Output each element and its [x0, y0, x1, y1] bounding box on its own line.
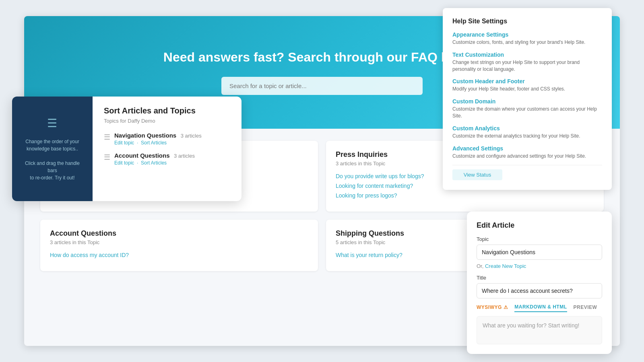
sort-topic-name-account: Account Questions 3 articles	[114, 152, 195, 159]
sort-topic-item-account: ☰ Account Questions 3 articles Edit topi…	[104, 152, 230, 166]
settings-link-domain[interactable]: Custom Domain	[452, 98, 602, 105]
topic-title-account: Account Questions	[50, 229, 308, 238]
sort-topic-content-account: Account Questions 3 articles Edit topic …	[114, 152, 195, 166]
title-input[interactable]	[477, 283, 602, 298]
topic-link-logos[interactable]: Looking for press logos?	[336, 192, 594, 199]
settings-desc-analytics: Customize the external analytics trackin…	[452, 133, 602, 140]
settings-desc-advanced: Customize and configure advanced setting…	[452, 153, 602, 160]
sort-topic-item-navigation: ☰ Navigation Questions 3 articles Edit t…	[104, 132, 230, 146]
edit-topic-link-navigation[interactable]: Edit topic	[114, 140, 134, 146]
edit-panel-title: Edit Article	[477, 221, 602, 230]
sort-panel-content: Sort Articles and Topics Topics for Daff…	[93, 97, 242, 201]
sort-articles-link-navigation[interactable]: Sort Articles	[141, 140, 167, 146]
topic-link-account-id[interactable]: How do access my account ID?	[50, 252, 308, 258]
sort-panel-hint: Change the order of your knowledge base …	[20, 138, 85, 181]
settings-link-appearance[interactable]: Appearance Settings	[452, 31, 602, 38]
settings-link-text[interactable]: Text Customization	[452, 51, 602, 58]
settings-panel: Help Site Settings Appearance Settings C…	[443, 8, 612, 190]
drag-handle-navigation[interactable]: ☰	[104, 133, 110, 142]
settings-item-advanced: Advanced Settings Customize and configur…	[452, 145, 602, 160]
sort-topic-content-navigation: Navigation Questions 3 articles Edit top…	[114, 132, 202, 146]
hamburger-icon: ☰	[47, 117, 58, 130]
settings-desc-header: Modify your Help Site header, footer and…	[452, 86, 602, 93]
topic-card-account: Account Questions 3 articles in this Top…	[40, 220, 318, 271]
sort-panel-subtitle: Topics for Daffy Demo	[104, 118, 230, 124]
drag-handle-account[interactable]: ☰	[104, 153, 110, 162]
settings-panel-title: Help Site Settings	[452, 18, 602, 25]
settings-footer-btn-2[interactable]	[502, 169, 552, 180]
settings-item-appearance: Appearance Settings Customize colors, fo…	[452, 31, 602, 46]
sort-articles-link-account[interactable]: Sort Articles	[141, 160, 167, 166]
tab-preview[interactable]: PREVIEW	[574, 304, 597, 312]
create-topic-prompt: Or, Create New Topic	[477, 263, 602, 269]
settings-item-domain: Custom Domain Customize the domain where…	[452, 98, 602, 119]
sort-topic-actions-navigation: Edit topic · Sort Articles	[114, 140, 202, 146]
settings-desc-text: Change text strings on your Help Site to…	[452, 59, 602, 73]
hero-title: Need answers fast? Search through our FA…	[163, 50, 481, 65]
sort-panel: ☰ Change the order of your knowledge bas…	[12, 97, 242, 201]
settings-desc-domain: Customize the domain where your customer…	[452, 106, 602, 119]
settings-link-analytics[interactable]: Custom Analytics	[452, 125, 602, 132]
title-field-label: Title	[477, 275, 602, 281]
settings-item-analytics: Custom Analytics Customize the external …	[452, 125, 602, 140]
settings-footer: View Status	[452, 165, 602, 180]
topic-subtitle-account: 3 articles in this Topic	[50, 239, 308, 245]
search-input[interactable]	[221, 77, 423, 95]
edit-article-panel: Edit Article Topic Navigation Questions …	[467, 212, 612, 354]
edit-topic-link-account[interactable]: Edit topic	[114, 160, 134, 166]
sort-topic-actions-account: Edit topic · Sort Articles	[114, 160, 195, 166]
topic-field-label: Topic	[477, 236, 602, 242]
settings-item-text: Text Customization Change text strings o…	[452, 51, 602, 73]
tab-wysiwyg[interactable]: WYSIWYG ⚠	[477, 304, 508, 312]
sort-topic-name-navigation: Navigation Questions 3 articles	[114, 132, 202, 139]
settings-desc-appearance: Customize colors, fonts, and styling for…	[452, 39, 602, 46]
warning-icon: ⚠	[504, 304, 508, 310]
settings-link-header[interactable]: Custom Header and Footer	[452, 78, 602, 84]
sort-panel-title: Sort Articles and Topics	[104, 106, 230, 115]
editor-tabs: WYSIWYG ⚠ MARKDOWN & HTML PREVIEW	[477, 304, 602, 312]
settings-footer-btn-3[interactable]	[552, 169, 602, 180]
create-new-topic-link[interactable]: Create New Topic	[485, 263, 526, 269]
topic-select[interactable]: Navigation Questions	[477, 245, 602, 260]
settings-item-header: Custom Header and Footer Modify your Hel…	[452, 78, 602, 93]
editor-body[interactable]: What are you waiting for? Start writing!	[477, 316, 602, 344]
sort-panel-illustration: ☰ Change the order of your knowledge bas…	[12, 97, 93, 201]
settings-link-advanced[interactable]: Advanced Settings	[452, 145, 602, 152]
view-status-button[interactable]: View Status	[452, 169, 502, 180]
tab-markdown[interactable]: MARKDOWN & HTML	[514, 304, 567, 312]
